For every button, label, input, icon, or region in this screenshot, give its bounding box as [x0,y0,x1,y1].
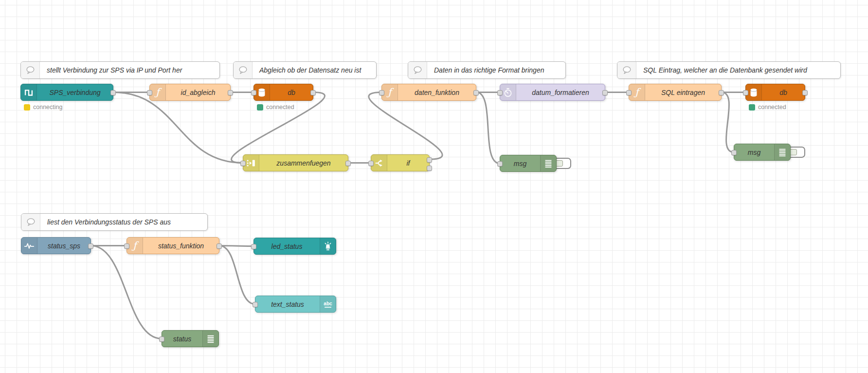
node-icon-band [202,331,218,347]
node-label: SQL eintragen [645,84,721,100]
function-icon: ƒ [129,241,140,251]
output-port-2[interactable] [427,166,432,171]
status-indicator [257,104,263,111]
output-port[interactable] [217,243,222,249]
output-port-1[interactable] [427,157,432,163]
node-label: SPS_verbindung [37,84,113,100]
database-icon [748,87,759,98]
output-port[interactable] [345,161,351,166]
input-port[interactable] [497,161,503,167]
node-msg1[interactable]: msg [500,155,557,172]
comment-icon-band [234,62,253,78]
svg-text:ƒ: ƒ [386,87,394,98]
node-datum_formatieren[interactable]: datum_formatieren [500,84,605,101]
function-icon: ƒ [632,87,642,98]
input-port[interactable] [368,161,374,166]
node-status_dbg[interactable]: status [162,330,219,347]
input-port[interactable] [253,302,258,307]
node-icon-band: abc [320,296,336,312]
comment-node-c5[interactable]: liest den Verbindungsstatus der SPS aus [21,213,208,231]
status-indicator [24,104,30,111]
input-port[interactable] [159,336,164,342]
comment-node-c4[interactable]: SQL Eintrag, welcher an die Datenbank ge… [617,61,841,79]
heartbeat-icon [24,241,35,251]
input-port[interactable] [626,90,632,95]
input-port[interactable] [743,90,748,95]
node-daten_funktion[interactable]: ƒdaten_funktion [381,84,476,101]
input-port[interactable] [497,90,503,95]
comment-icon [412,65,423,75]
node-label: db [270,84,313,100]
output-port[interactable] [602,90,608,95]
node-text_status[interactable]: text_statusabc [255,296,336,313]
comment-icon [25,65,36,75]
node-icon-band [21,238,37,254]
node-status-db1: connected [257,104,294,111]
node-sql_eintragen[interactable]: ƒSQL eintragen [629,84,722,101]
node-label: status [162,331,202,347]
input-port[interactable] [251,90,256,95]
input-port[interactable] [124,243,129,249]
node-db2[interactable]: db [745,84,805,101]
node-db1[interactable]: db [253,84,313,101]
node-led_status[interactable]: led_status [253,238,336,255]
input-port[interactable] [251,244,256,249]
square-wave-icon [23,87,34,98]
node-label: msg [500,155,540,171]
status-text: connected [758,104,786,111]
flow-editor-canvas[interactable]: stellt Verbindung zur SPS via IP und Por… [0,0,868,373]
node-status-sps_verbindung: connecting [24,104,62,111]
comment-label: Abgleich ob der Datensatz neu ist [253,62,368,78]
function-icon: ƒ [384,87,395,98]
node-if[interactable]: if [371,154,430,171]
node-label: db [762,84,805,100]
comment-label: liest den Verbindungsstatus der SPS aus [40,214,178,230]
svg-text:ƒ: ƒ [154,87,162,98]
input-port[interactable] [731,150,737,155]
node-sps_verbindung[interactable]: SPS_verbindung [20,84,113,101]
comment-node-c3[interactable]: Daten in das richtige Format bringen [408,61,566,79]
comment-icon-band [408,62,427,78]
output-port[interactable] [802,90,808,95]
input-port[interactable] [147,90,152,95]
database-icon [256,87,267,98]
function-icon: ƒ [152,87,163,98]
timer-icon [503,87,513,98]
abc-icon: abc [323,299,333,310]
comment-icon [25,217,36,227]
output-port[interactable] [228,90,233,95]
node-status_funktion[interactable]: ƒstatus_funktion [127,237,219,254]
node-label: id_abgleich [166,84,230,100]
led-icon [323,241,333,252]
comment-label: Daten in das richtige Format bringen [427,62,551,78]
node-icon-band [774,144,790,160]
comment-node-c2[interactable]: Abgleich ob der Datensatz neu ist [233,61,377,79]
input-port[interactable] [379,90,384,95]
node-label: led_status [254,238,320,254]
switch-icon [374,158,384,168]
svg-text:abc: abc [324,301,332,306]
output-port[interactable] [719,90,724,95]
node-zusammenfuegen[interactable]: zusammenfuegen [243,154,348,171]
list-icon [777,147,788,158]
output-port[interactable] [473,90,479,95]
input-port[interactable] [240,161,246,166]
node-id_abgleich[interactable]: ƒid_abgleich [149,84,231,101]
join-icon [246,158,256,168]
status-text: connected [266,104,294,111]
node-layer: stellt Verbindung zur SPS via IP und Por… [0,0,868,373]
node-msg2[interactable]: msg [734,144,791,161]
comment-node-c1[interactable]: stellt Verbindung zur SPS via IP und Por… [20,61,220,79]
list-icon [543,158,554,169]
output-port[interactable] [310,90,316,95]
svg-text:ƒ: ƒ [633,87,641,98]
comment-icon-band [21,214,40,230]
output-port[interactable] [88,243,93,249]
node-label: zusammenfuegen [259,155,348,171]
comment-icon [621,65,632,75]
list-icon [205,334,216,344]
node-status_sps[interactable]: status_sps [21,237,91,254]
comment-icon-band [21,62,40,78]
output-port[interactable] [110,90,116,95]
node-label: daten_funktion [398,84,476,100]
